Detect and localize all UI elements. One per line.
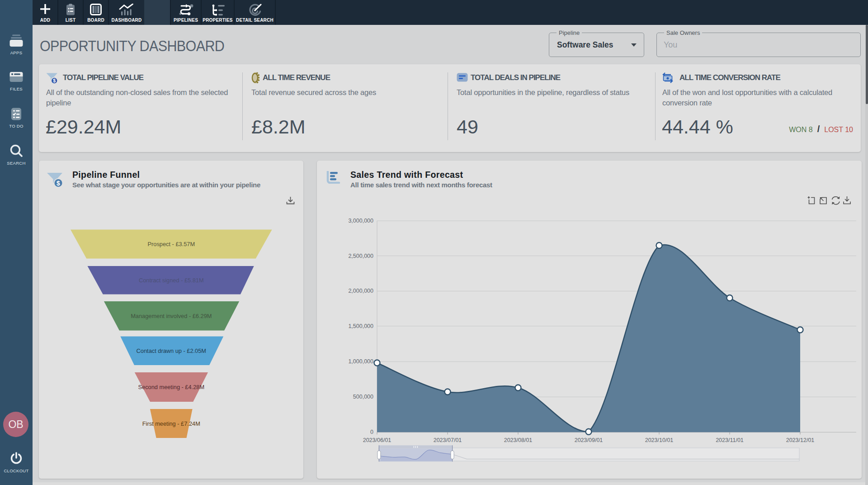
svg-text:3,000,000: 3,000,000	[348, 218, 373, 224]
svg-text:2,500,000: 2,500,000	[348, 253, 373, 259]
svg-text:2,000,000: 2,000,000	[348, 288, 373, 294]
svg-text:500,000: 500,000	[353, 394, 373, 400]
svg-text:Management involved - £6.29M: Management involved - £6.29M	[131, 313, 212, 319]
svg-text:2023/11/01: 2023/11/01	[716, 437, 744, 443]
svg-text:2023/12/01: 2023/12/01	[786, 437, 815, 443]
svg-text:Contract signed - £5.81M: Contract signed - £5.81M	[139, 277, 204, 284]
svg-text:Second meeting - £4.28M: Second meeting - £4.28M	[138, 384, 205, 390]
svg-text:2023/07/01: 2023/07/01	[434, 437, 462, 443]
svg-text:Contact drawn up - £2.05M: Contact drawn up - £2.05M	[137, 347, 206, 354]
svg-text:2023/08/01: 2023/08/01	[504, 437, 533, 443]
svg-text:$: $	[53, 78, 56, 83]
svg-text:0: 0	[370, 429, 373, 435]
svg-text:Prospect - £3.57M: Prospect - £3.57M	[148, 241, 195, 247]
svg-text:2023/06/01: 2023/06/01	[363, 437, 392, 443]
svg-text:1,000,000: 1,000,000	[348, 358, 373, 365]
svg-text:1,500,000: 1,500,000	[348, 323, 373, 329]
svg-text:2023/10/01: 2023/10/01	[645, 437, 674, 443]
svg-text:First meeting - £7.24M: First meeting - £7.24M	[142, 420, 200, 427]
svg-text:2023/09/01: 2023/09/01	[575, 437, 603, 443]
